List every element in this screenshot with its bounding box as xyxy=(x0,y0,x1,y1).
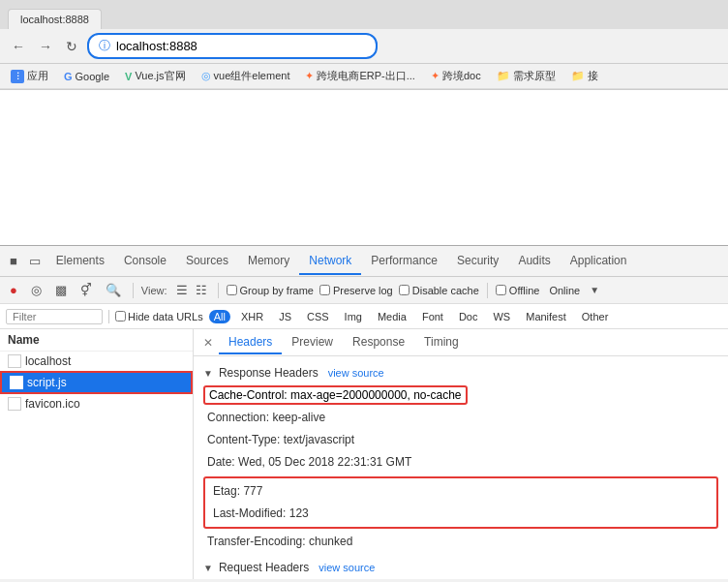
transfer-encoding-value: chunked xyxy=(309,535,352,548)
device-toolbar-button[interactable]: ▭ xyxy=(23,250,46,272)
request-headers-view-source[interactable]: view source xyxy=(318,562,375,573)
hide-data-urls-text: Hide data URLs xyxy=(128,311,203,322)
inspect-element-button[interactable]: ■ xyxy=(4,250,23,272)
cache-control-name: Cache-Control: xyxy=(209,388,288,402)
bookmark-google[interactable]: G Google xyxy=(61,70,112,83)
response-headers-view-source[interactable]: view source xyxy=(328,367,384,379)
bookmark-erp-label: 跨境电商ERP-出口... xyxy=(317,69,414,83)
network-item-localhost-label: localhost xyxy=(25,354,71,368)
bookmark-apps[interactable]: ⋮ 应用 xyxy=(8,68,51,84)
last-modified-value: 123 xyxy=(289,506,309,520)
tab-elements[interactable]: Elements xyxy=(46,248,114,275)
bookmark-more[interactable]: 📁 接 xyxy=(568,68,601,84)
request-headers-title: Request Headers xyxy=(219,561,309,574)
group-by-frame-checkbox[interactable] xyxy=(227,285,237,295)
forward-button[interactable]: → xyxy=(35,37,56,56)
filter-type-all[interactable]: All xyxy=(209,310,230,323)
date-value: Wed, 05 Dec 2018 22:31:31 GMT xyxy=(238,455,411,469)
filter-type-font[interactable]: Font xyxy=(417,310,448,323)
network-item-scriptjs[interactable]: script.js xyxy=(0,371,193,394)
name-column-header: Name xyxy=(0,329,193,352)
tab-memory[interactable]: Memory xyxy=(238,248,299,275)
tab-application[interactable]: Application xyxy=(561,248,637,275)
filter-type-js[interactable]: JS xyxy=(274,310,296,323)
response-headers-triangle[interactable]: ▼ xyxy=(203,368,213,379)
reload-button[interactable]: ↻ xyxy=(62,37,81,56)
network-list-panel: Name localhost script.js favicon.ico xyxy=(0,329,194,579)
bookmark-more-label: 接 xyxy=(588,69,598,83)
date-name: Date: xyxy=(207,455,235,469)
preserve-log-label: Preserve log xyxy=(319,285,393,296)
apps-icon: ⋮ xyxy=(11,70,24,83)
detail-tab-timing[interactable]: Timing xyxy=(414,331,469,354)
clear-button[interactable]: ◎ xyxy=(27,281,46,299)
view-label: View: xyxy=(141,285,167,296)
detail-tab-response[interactable]: Response xyxy=(343,331,414,354)
hide-data-urls-label: Hide data URLs xyxy=(115,311,203,322)
tab-performance[interactable]: Performance xyxy=(361,248,447,275)
cache-control-highlighted-row: Cache-Control: max-age=2000000000, no-ca… xyxy=(203,385,468,405)
camera-button[interactable]: ▩ xyxy=(51,281,71,299)
bookmark-vue-label: Vue.js官网 xyxy=(135,69,185,83)
toolbar-separator-3 xyxy=(487,283,488,298)
filter-type-img[interactable]: Img xyxy=(340,310,367,323)
tab-network[interactable]: Network xyxy=(299,248,361,275)
etag-value: 777 xyxy=(243,484,262,498)
devtools-body: Name localhost script.js favicon.ico ✕ H… xyxy=(0,329,728,579)
tab-audits[interactable]: Audits xyxy=(508,248,560,275)
group-by-frame-text: Group by frame xyxy=(240,285,314,296)
bookmark-element[interactable]: ◎ vue组件element xyxy=(198,68,293,84)
detail-tab-preview[interactable]: Preview xyxy=(282,331,343,354)
network-item-localhost[interactable]: localhost xyxy=(0,352,193,371)
filter-type-xhr[interactable]: XHR xyxy=(236,310,268,323)
transfer-encoding-row: Transfer-Encoding: chunked xyxy=(203,531,718,553)
bookmark-vue[interactable]: V Vue.js官网 xyxy=(122,68,189,84)
connection-value: keep-alive xyxy=(272,411,325,424)
network-item-favicon[interactable]: favicon.ico xyxy=(0,394,193,414)
preserve-log-checkbox[interactable] xyxy=(319,285,330,295)
tab-security[interactable]: Security xyxy=(447,248,508,275)
crossdoc-icon: ✦ xyxy=(431,70,440,82)
filter-type-manifest[interactable]: Manifest xyxy=(521,310,571,323)
detail-tab-headers[interactable]: Headers xyxy=(219,331,282,354)
filter-type-other[interactable]: Other xyxy=(577,310,614,323)
throttle-dropdown-arrow[interactable]: ▼ xyxy=(590,285,599,295)
view-grid-button[interactable]: ☷ xyxy=(193,282,210,298)
filter-type-doc[interactable]: Doc xyxy=(454,310,483,323)
back-button[interactable]: ← xyxy=(8,37,29,56)
search-button[interactable]: 🔍 xyxy=(102,281,125,299)
erp-icon: ✦ xyxy=(305,70,314,82)
network-filter-bar: Hide data URLs All XHR JS CSS Img Media … xyxy=(0,304,728,329)
request-headers-section: ▼ Request Headers view source xyxy=(203,561,718,574)
disable-cache-text: Disable cache xyxy=(412,285,479,296)
devtools-panel: ■ ▭ Elements Console Sources Memory Netw… xyxy=(0,245,728,579)
item-icon-favicon xyxy=(8,397,21,411)
connection-name: Connection: xyxy=(207,411,269,424)
folder-icon: 📁 xyxy=(497,70,510,82)
offline-checkbox[interactable] xyxy=(496,285,506,295)
filter-type-ws[interactable]: WS xyxy=(488,310,515,323)
browser-tab[interactable]: localhost:8888 xyxy=(8,9,102,29)
bookmark-crossdoc[interactable]: ✦ 跨境doc xyxy=(428,68,484,84)
address-bar[interactable]: ⓘ localhost:8888 xyxy=(87,33,378,59)
online-button[interactable]: Online xyxy=(545,283,584,298)
content-type-name: Content-Type: xyxy=(207,433,280,446)
filter-type-css[interactable]: CSS xyxy=(302,310,334,323)
view-list-button[interactable]: ☰ xyxy=(173,282,191,298)
filter-input[interactable] xyxy=(6,309,103,324)
google-icon: G xyxy=(64,71,73,82)
record-button[interactable]: ● xyxy=(6,281,21,299)
network-item-favicon-label: favicon.ico xyxy=(25,397,80,411)
preserve-log-text: Preserve log xyxy=(333,285,393,296)
request-headers-triangle[interactable]: ▼ xyxy=(203,563,213,573)
hide-data-urls-checkbox[interactable] xyxy=(115,311,126,322)
bookmark-element-label: vue组件element xyxy=(214,69,290,83)
filter-type-media[interactable]: Media xyxy=(373,310,411,323)
disable-cache-checkbox[interactable] xyxy=(399,285,410,295)
tab-console[interactable]: Console xyxy=(114,248,176,275)
filter-button[interactable]: ⚥ xyxy=(76,281,96,299)
bookmark-erp[interactable]: ✦ 跨境电商ERP-出口... xyxy=(302,68,417,84)
bookmark-prototype[interactable]: 📁 需求原型 xyxy=(494,68,559,84)
detail-close-button[interactable]: ✕ xyxy=(197,334,219,352)
tab-sources[interactable]: Sources xyxy=(176,248,238,275)
